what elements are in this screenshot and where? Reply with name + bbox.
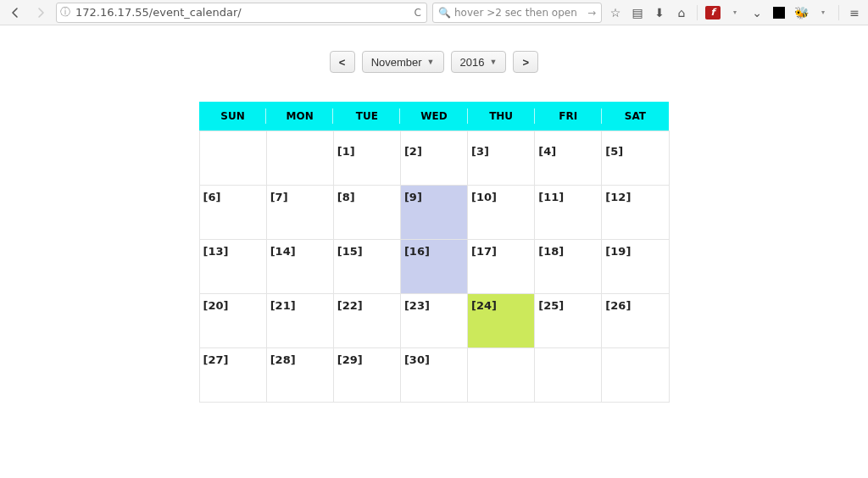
browser-toolbar: ⓘ 172.16.17.55/event_calendar/ C 🔍 hover…	[0, 0, 868, 25]
month-select[interactable]: November ▼	[362, 51, 444, 73]
calendar-row: [1][2][3][4][5]	[199, 131, 669, 185]
next-month-button[interactable]: >	[513, 51, 538, 73]
calendar-cell	[199, 131, 266, 185]
day-header: WED	[400, 102, 467, 131]
calendar-cell[interactable]: [16]	[400, 239, 467, 293]
day-header: SUN	[199, 102, 266, 131]
pocket-icon[interactable]: ⌄	[748, 4, 765, 21]
calendar-cell[interactable]: [1]	[333, 131, 400, 185]
reload-icon[interactable]: C	[413, 7, 423, 19]
caret-down-icon: ▼	[489, 58, 497, 66]
calendar-cell[interactable]: [29]	[333, 347, 400, 402]
calendar-cell[interactable]: [23]	[400, 293, 467, 347]
home-icon[interactable]: ⌂	[673, 4, 690, 21]
calendar-cell[interactable]: [2]	[400, 131, 467, 185]
calendar-cell[interactable]: [13]	[199, 239, 266, 293]
search-icon: 🔍	[438, 7, 451, 19]
calendar-cell[interactable]: [5]	[602, 131, 669, 185]
calendar-cell	[602, 347, 669, 402]
toolbar-separator	[697, 5, 698, 20]
calendar-cell[interactable]: [28]	[266, 347, 333, 402]
flash-plugin-icon[interactable]: f	[704, 4, 721, 21]
day-header: THU	[468, 102, 535, 131]
calendar-cell[interactable]: [9]	[400, 185, 467, 239]
extension-dropdown-icon[interactable]: ▾	[815, 4, 832, 21]
url-text: 172.16.17.55/event_calendar/	[75, 6, 242, 19]
calendar-cell[interactable]: [12]	[602, 185, 669, 239]
flash-dropdown-icon[interactable]: ▾	[726, 4, 743, 21]
calendar-cell	[468, 347, 535, 402]
calendar-cell[interactable]: [27]	[199, 347, 266, 402]
year-select[interactable]: 2016 ▼	[451, 51, 507, 73]
back-button[interactable]	[5, 3, 25, 23]
search-bar[interactable]: 🔍 hover >2 sec then open →	[432, 3, 602, 23]
calendar-cell[interactable]: [3]	[468, 131, 535, 185]
calendar-row: [20][21][22][23][24][25][26]	[199, 293, 669, 347]
url-bar[interactable]: ⓘ 172.16.17.55/event_calendar/ C	[56, 3, 427, 23]
calendar-cell[interactable]: [30]	[400, 347, 467, 402]
calendar-cell	[535, 347, 602, 402]
day-header-row: SUN MON TUE WED THU FRI SAT	[199, 102, 669, 131]
calendar-table: SUN MON TUE WED THU FRI SAT [1][2][3][4]…	[199, 102, 670, 403]
day-header: MON	[266, 102, 333, 131]
caret-down-icon: ▼	[427, 58, 435, 66]
calendar-cell[interactable]: [8]	[333, 185, 400, 239]
calendar-controls: < November ▼ 2016 ▼ >	[0, 51, 868, 73]
calendar-cell[interactable]: [6]	[199, 185, 266, 239]
day-header: FRI	[535, 102, 602, 131]
month-label: November	[371, 56, 422, 69]
calendar-cell[interactable]: [19]	[602, 239, 669, 293]
calendar-cell[interactable]: [26]	[602, 293, 669, 347]
calendar-cell[interactable]: [10]	[468, 185, 535, 239]
calendar-cell[interactable]: [15]	[333, 239, 400, 293]
calendar-cell[interactable]: [14]	[266, 239, 333, 293]
calendar-cell[interactable]: [18]	[535, 239, 602, 293]
extension-square-icon[interactable]	[771, 4, 787, 21]
page-content: < November ▼ 2016 ▼ > SUN MON TUE WED TH…	[0, 25, 868, 403]
calendar-cell[interactable]: [11]	[535, 185, 602, 239]
calendar-row: [6][7][8][9][10][11][12]	[199, 185, 669, 239]
bookmark-star-icon[interactable]: ☆	[607, 4, 624, 21]
extension-bee-icon[interactable]: 🐝	[793, 4, 810, 21]
calendar-cell[interactable]: [20]	[199, 293, 266, 347]
toolbar-separator-2	[838, 5, 839, 20]
year-label: 2016	[460, 56, 485, 69]
calendar-cell[interactable]: [24]	[468, 293, 535, 347]
downloads-icon[interactable]: ⬇	[651, 4, 668, 21]
calendar-cell[interactable]: [17]	[468, 239, 535, 293]
menu-icon[interactable]: ≡	[846, 4, 863, 21]
calendar-row: [13][14][15][16][17][18][19]	[199, 239, 669, 293]
calendar-body: [1][2][3][4][5][6][7][8][9][10][11][12][…	[199, 131, 669, 402]
prev-month-button[interactable]: <	[330, 51, 355, 73]
calendar-cell[interactable]: [25]	[535, 293, 602, 347]
day-header: SAT	[602, 102, 669, 131]
info-icon: ⓘ	[60, 5, 70, 19]
bookmarks-list-icon[interactable]: ▤	[629, 4, 646, 21]
calendar-row: [27][28][29][30]	[199, 347, 669, 402]
calendar-cell[interactable]: [21]	[266, 293, 333, 347]
calendar-cell	[266, 131, 333, 185]
calendar-cell[interactable]: [22]	[333, 293, 400, 347]
go-icon[interactable]: →	[587, 7, 596, 19]
calendar-cell[interactable]: [4]	[535, 131, 602, 185]
search-placeholder: hover >2 sec then open	[454, 7, 577, 19]
day-header: TUE	[333, 102, 400, 131]
calendar-cell[interactable]: [7]	[266, 185, 333, 239]
forward-button	[31, 3, 51, 23]
